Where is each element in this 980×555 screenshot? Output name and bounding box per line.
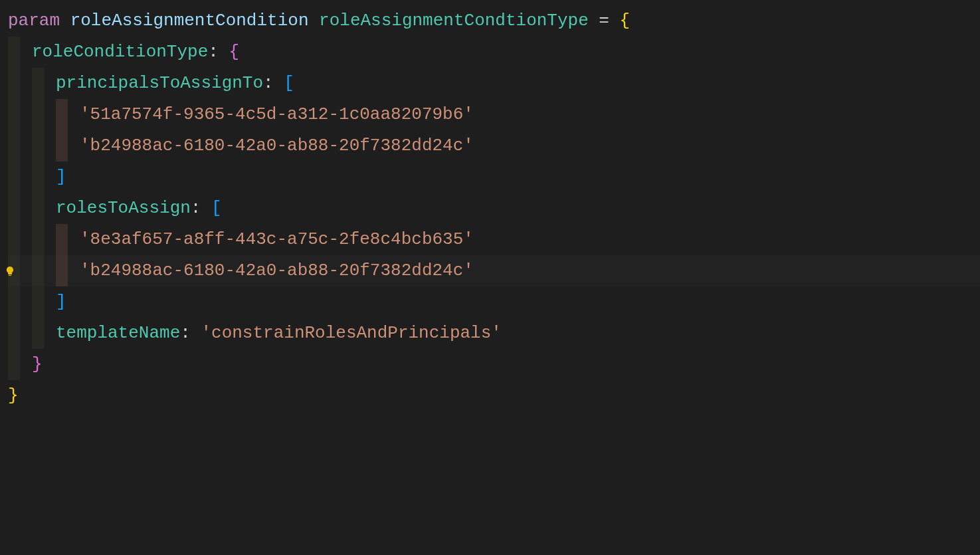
indent-guide <box>32 318 56 349</box>
indent-guide <box>8 99 32 130</box>
variable-name: roleAssignmentCondition <box>70 5 309 37</box>
code-line[interactable]: 'b24988ac-6180-42a0-ab88-20f7382dd24c' <box>8 130 980 162</box>
indent-guide <box>8 349 32 380</box>
code-line[interactable]: ] <box>8 162 980 193</box>
indent-guide <box>8 286 32 318</box>
property-name: rolesToAssign <box>56 193 191 224</box>
close-bracket: ] <box>56 162 66 193</box>
indent-guide <box>32 224 56 255</box>
type-name: roleAssignmentCondtionType <box>319 5 589 37</box>
string-literal: 'b24988ac-6180-42a0-ab88-20f7382dd24c' <box>80 255 474 286</box>
indent-guide <box>56 224 80 255</box>
indent-guide <box>32 255 56 286</box>
string-literal: '51a7574f-9365-4c5d-a312-1c0aa82079b6' <box>80 99 474 130</box>
close-brace: } <box>8 380 19 411</box>
keyword-param: param <box>8 5 60 37</box>
code-line[interactable]: '51a7574f-9365-4c5d-a312-1c0aa82079b6' <box>8 99 980 130</box>
property-name: roleConditionType <box>32 37 208 68</box>
code-line[interactable]: '8e3af657-a8ff-443c-a75c-2fe8c4bcb635' <box>8 224 980 255</box>
open-bracket: [ <box>211 193 222 224</box>
open-brace: { <box>229 37 239 68</box>
colon: : <box>263 68 284 99</box>
string-literal: 'b24988ac-6180-42a0-ab88-20f7382dd24c' <box>80 130 474 162</box>
open-bracket: [ <box>284 68 294 99</box>
code-line[interactable]: param roleAssignmentCondition roleAssign… <box>8 5 980 37</box>
indent-guide <box>8 224 32 255</box>
indent-guide <box>56 255 80 286</box>
close-bracket: ] <box>56 286 66 318</box>
indent-guide <box>32 286 56 318</box>
space <box>60 5 70 37</box>
indent-guide <box>8 318 32 349</box>
code-line[interactable]: } <box>8 380 980 411</box>
indent-guide <box>32 162 56 193</box>
indent-guide <box>56 130 80 162</box>
code-line[interactable]: rolesToAssign: [ <box>8 193 980 224</box>
property-name: templateName <box>56 318 180 349</box>
code-line[interactable]: } <box>8 349 980 380</box>
property-name: principalsToAssignTo <box>56 68 263 99</box>
indent-guide <box>56 99 80 130</box>
string-literal: '8e3af657-a8ff-443c-a75c-2fe8c4bcb635' <box>80 224 474 255</box>
colon: : <box>191 193 211 224</box>
code-line[interactable]: ] <box>8 286 980 318</box>
close-brace: } <box>32 349 43 380</box>
indent-guide <box>8 162 32 193</box>
indent-guide <box>8 68 32 99</box>
code-line[interactable]: principalsToAssignTo: [ <box>8 68 980 99</box>
space <box>308 5 319 37</box>
indent-guide <box>8 130 32 162</box>
indent-guide <box>8 255 32 286</box>
code-line[interactable]: roleConditionType: { <box>8 37 980 68</box>
indent-guide <box>8 193 32 224</box>
colon: : <box>180 318 201 349</box>
equals: = <box>589 5 620 37</box>
indent-guide <box>32 68 56 99</box>
indent-guide <box>8 37 32 68</box>
string-literal: 'constrainRolesAndPrincipals' <box>201 318 501 349</box>
indent-guide <box>32 193 56 224</box>
indent-guide <box>32 130 56 162</box>
code-line-active[interactable]: 'b24988ac-6180-42a0-ab88-20f7382dd24c' <box>8 255 980 286</box>
code-editor[interactable]: param roleAssignmentCondition roleAssign… <box>8 5 980 411</box>
indent-guide <box>32 99 56 130</box>
colon: : <box>208 37 229 68</box>
code-line[interactable]: templateName: 'constrainRolesAndPrincipa… <box>8 318 980 349</box>
open-brace: { <box>620 5 631 37</box>
